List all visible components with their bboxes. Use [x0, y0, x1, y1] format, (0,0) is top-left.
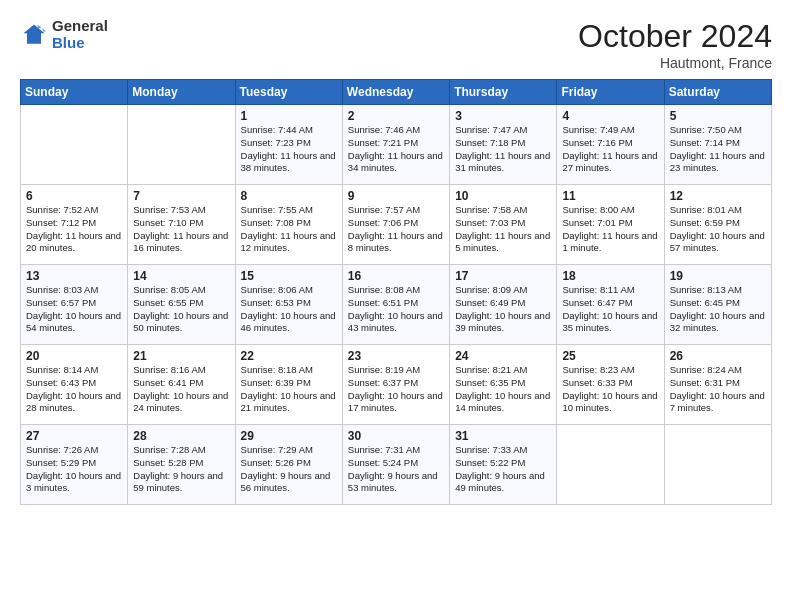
sunrise-text: Sunrise: 7:26 AM — [26, 444, 98, 455]
table-row: 24 Sunrise: 8:21 AM Sunset: 6:35 PM Dayl… — [450, 345, 557, 425]
month-title: October 2024 — [578, 18, 772, 55]
day-number: 27 — [26, 429, 122, 443]
sunrise-text: Sunrise: 8:03 AM — [26, 284, 98, 295]
day-number: 4 — [562, 109, 658, 123]
sunset-text: Sunset: 5:28 PM — [133, 457, 203, 468]
sunset-text: Sunset: 6:33 PM — [562, 377, 632, 388]
daylight-text: Daylight: 10 hours and 10 minutes. — [562, 390, 657, 414]
cell-info: Sunrise: 8:00 AM Sunset: 7:01 PM Dayligh… — [562, 204, 658, 255]
location-label: Hautmont, France — [578, 55, 772, 71]
daylight-text: Daylight: 10 hours and 17 minutes. — [348, 390, 443, 414]
daylight-text: Daylight: 9 hours and 53 minutes. — [348, 470, 438, 494]
daylight-text: Daylight: 10 hours and 3 minutes. — [26, 470, 121, 494]
sunset-text: Sunset: 6:57 PM — [26, 297, 96, 308]
daylight-text: Daylight: 11 hours and 12 minutes. — [241, 230, 336, 254]
sunrise-text: Sunrise: 7:49 AM — [562, 124, 634, 135]
sunrise-text: Sunrise: 8:21 AM — [455, 364, 527, 375]
table-row: 25 Sunrise: 8:23 AM Sunset: 6:33 PM Dayl… — [557, 345, 664, 425]
table-row: 8 Sunrise: 7:55 AM Sunset: 7:08 PM Dayli… — [235, 185, 342, 265]
daylight-text: Daylight: 9 hours and 59 minutes. — [133, 470, 223, 494]
table-row: 29 Sunrise: 7:29 AM Sunset: 5:26 PM Dayl… — [235, 425, 342, 505]
day-number: 5 — [670, 109, 766, 123]
logo: General Blue — [20, 18, 108, 51]
header-friday: Friday — [557, 80, 664, 105]
header-tuesday: Tuesday — [235, 80, 342, 105]
day-number: 1 — [241, 109, 337, 123]
daylight-text: Daylight: 10 hours and 14 minutes. — [455, 390, 550, 414]
sunset-text: Sunset: 7:12 PM — [26, 217, 96, 228]
cell-info: Sunrise: 7:49 AM Sunset: 7:16 PM Dayligh… — [562, 124, 658, 175]
day-number: 6 — [26, 189, 122, 203]
cell-info: Sunrise: 7:55 AM Sunset: 7:08 PM Dayligh… — [241, 204, 337, 255]
table-row: 27 Sunrise: 7:26 AM Sunset: 5:29 PM Dayl… — [21, 425, 128, 505]
sunset-text: Sunset: 7:21 PM — [348, 137, 418, 148]
sunrise-text: Sunrise: 7:44 AM — [241, 124, 313, 135]
cell-info: Sunrise: 7:58 AM Sunset: 7:03 PM Dayligh… — [455, 204, 551, 255]
table-row — [664, 425, 771, 505]
day-number: 20 — [26, 349, 122, 363]
sunset-text: Sunset: 7:18 PM — [455, 137, 525, 148]
daylight-text: Daylight: 10 hours and 24 minutes. — [133, 390, 228, 414]
daylight-text: Daylight: 10 hours and 35 minutes. — [562, 310, 657, 334]
cell-info: Sunrise: 8:24 AM Sunset: 6:31 PM Dayligh… — [670, 364, 766, 415]
daylight-text: Daylight: 11 hours and 1 minute. — [562, 230, 657, 254]
page: General Blue October 2024 Hautmont, Fran… — [0, 0, 792, 612]
table-row: 19 Sunrise: 8:13 AM Sunset: 6:45 PM Dayl… — [664, 265, 771, 345]
cell-info: Sunrise: 8:13 AM Sunset: 6:45 PM Dayligh… — [670, 284, 766, 335]
table-row: 2 Sunrise: 7:46 AM Sunset: 7:21 PM Dayli… — [342, 105, 449, 185]
day-number: 23 — [348, 349, 444, 363]
table-row: 16 Sunrise: 8:08 AM Sunset: 6:51 PM Dayl… — [342, 265, 449, 345]
logo-blue-label: Blue — [52, 35, 108, 52]
sunrise-text: Sunrise: 8:13 AM — [670, 284, 742, 295]
sunset-text: Sunset: 6:45 PM — [670, 297, 740, 308]
title-block: October 2024 Hautmont, France — [578, 18, 772, 71]
daylight-text: Daylight: 10 hours and 54 minutes. — [26, 310, 121, 334]
sunset-text: Sunset: 6:41 PM — [133, 377, 203, 388]
day-number: 29 — [241, 429, 337, 443]
daylight-text: Daylight: 11 hours and 5 minutes. — [455, 230, 550, 254]
header-sunday: Sunday — [21, 80, 128, 105]
cell-info: Sunrise: 7:44 AM Sunset: 7:23 PM Dayligh… — [241, 124, 337, 175]
cell-info: Sunrise: 7:52 AM Sunset: 7:12 PM Dayligh… — [26, 204, 122, 255]
sunrise-text: Sunrise: 8:14 AM — [26, 364, 98, 375]
sunset-text: Sunset: 6:43 PM — [26, 377, 96, 388]
cell-info: Sunrise: 8:21 AM Sunset: 6:35 PM Dayligh… — [455, 364, 551, 415]
table-row: 20 Sunrise: 8:14 AM Sunset: 6:43 PM Dayl… — [21, 345, 128, 425]
cell-info: Sunrise: 7:47 AM Sunset: 7:18 PM Dayligh… — [455, 124, 551, 175]
sunrise-text: Sunrise: 8:16 AM — [133, 364, 205, 375]
calendar-week-row: 13 Sunrise: 8:03 AM Sunset: 6:57 PM Dayl… — [21, 265, 772, 345]
sunset-text: Sunset: 6:47 PM — [562, 297, 632, 308]
day-number: 3 — [455, 109, 551, 123]
daylight-text: Daylight: 10 hours and 32 minutes. — [670, 310, 765, 334]
table-row: 21 Sunrise: 8:16 AM Sunset: 6:41 PM Dayl… — [128, 345, 235, 425]
sunrise-text: Sunrise: 7:58 AM — [455, 204, 527, 215]
daylight-text: Daylight: 10 hours and 57 minutes. — [670, 230, 765, 254]
cell-info: Sunrise: 8:03 AM Sunset: 6:57 PM Dayligh… — [26, 284, 122, 335]
table-row — [128, 105, 235, 185]
daylight-text: Daylight: 11 hours and 31 minutes. — [455, 150, 550, 174]
cell-info: Sunrise: 8:05 AM Sunset: 6:55 PM Dayligh… — [133, 284, 229, 335]
sunrise-text: Sunrise: 8:08 AM — [348, 284, 420, 295]
day-number: 13 — [26, 269, 122, 283]
table-row: 31 Sunrise: 7:33 AM Sunset: 5:22 PM Dayl… — [450, 425, 557, 505]
day-number: 25 — [562, 349, 658, 363]
day-number: 26 — [670, 349, 766, 363]
cell-info: Sunrise: 7:33 AM Sunset: 5:22 PM Dayligh… — [455, 444, 551, 495]
daylight-text: Daylight: 11 hours and 8 minutes. — [348, 230, 443, 254]
table-row: 6 Sunrise: 7:52 AM Sunset: 7:12 PM Dayli… — [21, 185, 128, 265]
day-number: 16 — [348, 269, 444, 283]
table-row: 9 Sunrise: 7:57 AM Sunset: 7:06 PM Dayli… — [342, 185, 449, 265]
sunrise-text: Sunrise: 8:01 AM — [670, 204, 742, 215]
calendar-week-row: 6 Sunrise: 7:52 AM Sunset: 7:12 PM Dayli… — [21, 185, 772, 265]
cell-info: Sunrise: 7:50 AM Sunset: 7:14 PM Dayligh… — [670, 124, 766, 175]
sunrise-text: Sunrise: 7:31 AM — [348, 444, 420, 455]
day-number: 8 — [241, 189, 337, 203]
table-row: 5 Sunrise: 7:50 AM Sunset: 7:14 PM Dayli… — [664, 105, 771, 185]
daylight-text: Daylight: 10 hours and 43 minutes. — [348, 310, 443, 334]
day-number: 10 — [455, 189, 551, 203]
calendar-week-row: 27 Sunrise: 7:26 AM Sunset: 5:29 PM Dayl… — [21, 425, 772, 505]
cell-info: Sunrise: 7:28 AM Sunset: 5:28 PM Dayligh… — [133, 444, 229, 495]
table-row: 15 Sunrise: 8:06 AM Sunset: 6:53 PM Dayl… — [235, 265, 342, 345]
day-number: 24 — [455, 349, 551, 363]
day-number: 2 — [348, 109, 444, 123]
